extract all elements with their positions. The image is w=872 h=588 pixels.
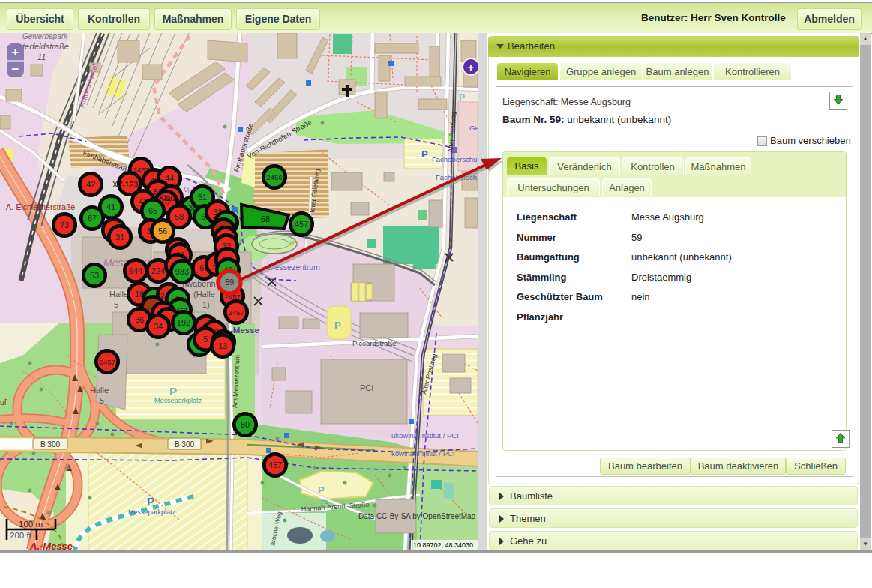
svg-text:+: + [468, 61, 475, 74]
svg-text:51: 51 [198, 193, 207, 202]
svg-text:P: P [318, 484, 325, 496]
svg-text:P1: P1 [321, 499, 328, 506]
svg-text:31: 31 [115, 232, 124, 242]
svg-text:Messeparkplatz: Messeparkplatz [128, 508, 176, 516]
svg-text:Data CC-By-SA by OpenStreetMap: Data CC-By-SA by OpenStreetMap [358, 512, 476, 520]
svg-text:2457: 2457 [99, 358, 115, 366]
svg-text:53: 53 [90, 271, 99, 280]
svg-text:58: 58 [175, 212, 184, 221]
svg-text:13: 13 [218, 341, 227, 350]
svg-text:5: 5 [100, 396, 104, 405]
svg-text:Halle: Halle [90, 386, 109, 394]
svg-text:65: 65 [148, 206, 157, 215]
svg-text:Halle: Halle [109, 290, 128, 298]
svg-text:2456: 2456 [266, 173, 282, 182]
svg-text:1): 1) [202, 300, 210, 309]
svg-text:P: P [169, 385, 177, 398]
svg-text:P: P [334, 320, 341, 331]
svg-text:983: 983 [175, 267, 189, 276]
svg-text:P: P [147, 495, 154, 508]
svg-text:Messeparkplatz: Messeparkplatz [154, 397, 202, 404]
svg-text:34: 34 [154, 322, 163, 331]
svg-text:Ge: Ge [469, 124, 478, 132]
svg-text:457: 457 [295, 220, 308, 229]
svg-text:Gewerbepark: Gewerbepark [22, 33, 68, 40]
svg-text:644: 644 [129, 266, 142, 275]
svg-text:Klaus: Klaus [159, 194, 178, 202]
svg-text:56: 56 [158, 226, 167, 236]
svg-text:11: 11 [37, 52, 46, 62]
svg-text:P: P [459, 92, 465, 103]
svg-text:192: 192 [177, 318, 190, 327]
svg-text:100 m: 100 m [19, 520, 43, 529]
svg-text:Fachobersch: Fachobersch [436, 173, 477, 182]
svg-text:200 ft: 200 ft [10, 531, 32, 540]
svg-text:Fachoberschu: Fachoberschu [432, 155, 477, 164]
svg-text:5: 5 [114, 300, 118, 309]
svg-text:457: 457 [268, 460, 282, 470]
svg-text:P: P [421, 148, 428, 160]
svg-text:B 300: B 300 [175, 440, 195, 448]
svg-text:PCI: PCI [360, 383, 373, 392]
svg-text:80: 80 [241, 420, 250, 429]
svg-text:+: + [12, 45, 19, 59]
svg-text:kowina-Institut / PCI: kowina-Institut / PCI [391, 449, 454, 458]
svg-text:10.89702, 48.34030: 10.89702, 48.34030 [413, 542, 473, 549]
svg-text:A.-Eichleitnerstraße: A.-Eichleitnerstraße [6, 202, 75, 212]
svg-text:41: 41 [106, 202, 115, 212]
svg-text:uf: uf [0, 398, 7, 406]
svg-text:−: − [12, 62, 19, 76]
svg-text:73: 73 [60, 220, 69, 230]
svg-text:42: 42 [86, 180, 95, 189]
svg-text:Piccardstraße: Piccardstraße [352, 339, 397, 347]
svg-text:68: 68 [261, 214, 270, 224]
svg-text:59: 59 [225, 278, 234, 286]
svg-text:(Halle: (Halle [193, 290, 215, 298]
svg-text:44: 44 [165, 174, 174, 183]
svg-text:A.-Messe: A.-Messe [29, 541, 73, 550]
svg-text:5: 5 [203, 334, 208, 344]
svg-text:Messezentrum: Messezentrum [268, 262, 320, 272]
svg-text:67: 67 [88, 214, 97, 223]
svg-text:224: 224 [151, 266, 165, 275]
svg-text:B 300: B 300 [40, 440, 61, 448]
svg-text:XY-1234: XY-1234 [112, 180, 142, 189]
svg-text:2457: 2457 [228, 308, 244, 316]
svg-text:36: 36 [135, 315, 144, 324]
svg-text:ukowina-Institut / PCI: ukowina-Institut / PCI [391, 431, 459, 440]
